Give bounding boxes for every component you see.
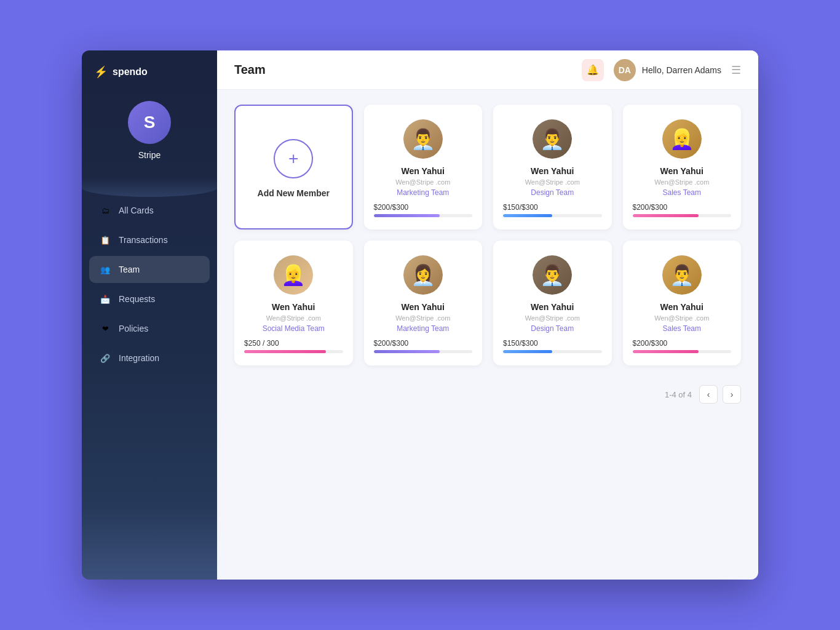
member-card-3[interactable]: 👱‍♀️ Wen Yahui Wen@Stripe .com Social Me… — [234, 241, 353, 365]
progress-fill-2 — [633, 214, 699, 217]
header-avatar: DA — [614, 59, 636, 81]
member-team-2: Sales Team — [663, 188, 701, 197]
team-grid: + Add New Member 👨‍💼 Wen Yahui Wen@Strip… — [234, 105, 741, 365]
budget-row-3: $250 / 300 — [244, 339, 343, 353]
member-name-2: Wen Yahui — [660, 166, 703, 176]
member-name-3: Wen Yahui — [272, 302, 315, 312]
member-avatar-4: 👩‍💼 — [403, 255, 443, 295]
add-member-card[interactable]: + Add New Member — [234, 105, 353, 229]
progress-bar-2 — [633, 214, 732, 217]
all-cards-icon: 🗂 — [99, 204, 111, 217]
topbar: Team 🔔 DA Hello, Darren Adams ☰ — [217, 50, 758, 90]
member-email-2: Wen@Stripe .com — [654, 178, 709, 186]
nav-menu: 🗂 All Cards 📋 Transactions 👥 Team 📩 Requ… — [82, 197, 217, 372]
member-avatar-6: 👨‍💼 — [662, 255, 702, 295]
progress-fill-5 — [503, 350, 552, 353]
budget-row-0: $200/$300 — [374, 203, 473, 217]
member-card-2[interactable]: 👱‍♀️ Wen Yahui Wen@Stripe .com Sales Tea… — [623, 105, 742, 229]
budget-row-1: $150/$300 — [503, 203, 602, 217]
member-email-5: Wen@Stripe .com — [525, 314, 580, 322]
notification-icon: 🔔 — [587, 64, 599, 76]
member-email-1: Wen@Stripe .com — [525, 178, 580, 186]
budget-amount-1: $150/$300 — [503, 203, 602, 212]
progress-bar-6 — [633, 350, 732, 353]
member-name-5: Wen Yahui — [531, 302, 574, 312]
sidebar-item-integration[interactable]: 🔗 Integration — [89, 345, 210, 372]
requests-icon: 📩 — [99, 293, 111, 305]
brand-icon: ⚡ — [94, 65, 108, 79]
budget-row-2: $200/$300 — [633, 203, 732, 217]
user-avatar-section: S Stripe — [128, 91, 171, 178]
add-circle-icon: + — [274, 139, 313, 178]
header-user-name: Hello, Darren Adams — [642, 65, 721, 75]
notification-button[interactable]: 🔔 — [582, 59, 604, 81]
sidebar: ⚡ spendo S Stripe 🗂 All Cards 📋 Transact… — [82, 50, 217, 580]
member-avatar-2: 👱‍♀️ — [662, 119, 702, 159]
member-name-4: Wen Yahui — [402, 302, 445, 312]
member-card-6[interactable]: 👨‍💼 Wen Yahui Wen@Stripe .com Sales Team… — [623, 241, 742, 365]
progress-bar-0 — [374, 214, 473, 217]
budget-amount-6: $200/$300 — [633, 339, 732, 348]
app-container: ⚡ spendo S Stripe 🗂 All Cards 📋 Transact… — [82, 50, 758, 580]
sidebar-user-name: Stripe — [138, 150, 161, 160]
progress-fill-0 — [374, 214, 440, 217]
progress-fill-6 — [633, 350, 699, 353]
menu-icon[interactable]: ☰ — [731, 63, 741, 77]
member-team-5: Design Team — [531, 324, 574, 333]
sidebar-item-label-policies: Policies — [119, 324, 148, 333]
member-email-3: Wen@Stripe .com — [266, 314, 321, 322]
sidebar-item-label-transactions: Transactions — [119, 235, 168, 245]
sidebar-item-all-cards[interactable]: 🗂 All Cards — [89, 197, 210, 224]
avatar-image-4: 👩‍💼 — [403, 255, 443, 295]
integration-icon: 🔗 — [99, 352, 111, 364]
progress-bar-5 — [503, 350, 602, 353]
budget-amount-3: $250 / 300 — [244, 339, 343, 348]
sidebar-item-label-all-cards: All Cards — [119, 205, 154, 215]
progress-bar-3 — [244, 350, 343, 353]
progress-fill-4 — [374, 350, 440, 353]
member-email-4: Wen@Stripe .com — [395, 314, 450, 322]
member-avatar-3: 👱‍♀️ — [274, 255, 313, 295]
brand-name: spendo — [113, 66, 148, 78]
member-avatar-1: 👨‍💼 — [533, 119, 572, 159]
sidebar-item-requests[interactable]: 📩 Requests — [89, 285, 210, 313]
progress-fill-3 — [244, 350, 326, 353]
budget-row-4: $200/$300 — [374, 339, 473, 353]
pagination-next[interactable]: › — [723, 385, 741, 404]
topbar-right: 🔔 DA Hello, Darren Adams ☰ — [582, 59, 741, 81]
budget-amount-2: $200/$300 — [633, 203, 732, 212]
member-email-6: Wen@Stripe .com — [654, 314, 709, 322]
member-team-3: Social Media Team — [263, 324, 325, 333]
member-team-6: Sales Team — [663, 324, 701, 333]
transactions-icon: 📋 — [99, 234, 111, 246]
sidebar-item-label-integration: Integration — [119, 353, 159, 363]
member-name-0: Wen Yahui — [402, 166, 445, 176]
page-title: Team — [234, 63, 266, 77]
sidebar-user-avatar: S — [128, 101, 171, 144]
progress-bar-1 — [503, 214, 602, 217]
avatar-image-5: 👨‍💼 — [533, 255, 572, 295]
member-card-0[interactable]: 👨‍💼 Wen Yahui Wen@Stripe .com Marketing … — [364, 105, 483, 229]
sidebar-item-transactions[interactable]: 📋 Transactions — [89, 226, 210, 253]
avatar-image-2: 👱‍♀️ — [662, 119, 702, 159]
user-info[interactable]: DA Hello, Darren Adams — [614, 59, 721, 81]
sidebar-item-label-team: Team — [119, 265, 140, 274]
member-team-4: Marketing Team — [397, 324, 449, 333]
member-card-1[interactable]: 👨‍💼 Wen Yahui Wen@Stripe .com Design Tea… — [493, 105, 612, 229]
sidebar-item-label-requests: Requests — [119, 294, 155, 304]
member-card-4[interactable]: 👩‍💼 Wen Yahui Wen@Stripe .com Marketing … — [364, 241, 483, 365]
member-card-5[interactable]: 👨‍💼 Wen Yahui Wen@Stripe .com Design Tea… — [493, 241, 612, 365]
sidebar-item-team[interactable]: 👥 Team — [89, 256, 210, 283]
member-team-0: Marketing Team — [397, 188, 449, 197]
budget-amount-5: $150/$300 — [503, 339, 602, 348]
budget-amount-0: $200/$300 — [374, 203, 473, 212]
pagination-info: 1-4 of 4 — [665, 390, 692, 399]
budget-amount-4: $200/$300 — [374, 339, 473, 348]
progress-bar-4 — [374, 350, 473, 353]
sidebar-item-policies[interactable]: ❤ Policies — [89, 315, 210, 342]
avatar-image-6: 👨‍💼 — [662, 255, 702, 295]
member-email-0: Wen@Stripe .com — [395, 178, 450, 186]
member-team-1: Design Team — [531, 188, 574, 197]
progress-fill-1 — [503, 214, 552, 217]
pagination-prev[interactable]: ‹ — [699, 385, 718, 404]
